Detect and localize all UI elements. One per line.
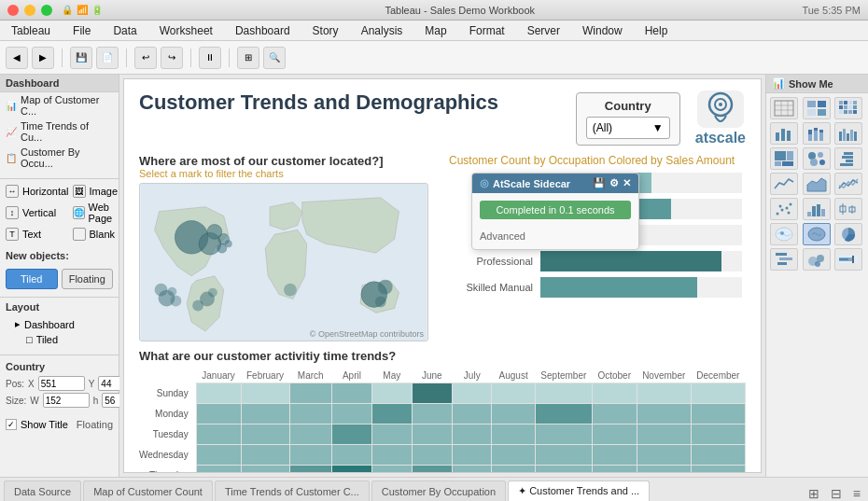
cell-tue-jul[interactable] (453, 424, 492, 445)
cell-sun-sep[interactable] (535, 383, 592, 404)
show-me-circle-view[interactable] (803, 147, 831, 170)
cell-thu-jan[interactable] (196, 466, 241, 474)
cell-tue-dec[interactable] (691, 424, 745, 445)
cell-tue-oct[interactable] (592, 424, 637, 445)
tab-data-source[interactable]: Data Source (4, 480, 81, 501)
grid-vertical[interactable]: ↕ Vertical (6, 202, 69, 224)
cell-wed-jan[interactable] (196, 445, 241, 466)
save-button[interactable]: 💾 (70, 47, 92, 69)
zoom-button[interactable]: 🔍 (263, 47, 286, 69)
country-filter-select[interactable]: (All) ▼ (586, 117, 670, 139)
menu-map[interactable]: Map (421, 22, 450, 39)
cell-sun-oct[interactable] (592, 383, 637, 404)
show-me-heat-map[interactable] (803, 97, 831, 119)
cell-thu-apr[interactable] (331, 466, 371, 474)
tab-time-trends[interactable]: Time Trends of Customer C... (215, 480, 370, 501)
menu-story[interactable]: Story (309, 22, 343, 39)
show-me-highlight-table[interactable] (834, 97, 862, 119)
new-sheet-icon[interactable]: ⊞ (805, 486, 823, 501)
show-me-histogram[interactable] (803, 198, 831, 220)
maximize-button[interactable] (41, 5, 52, 16)
cell-sun-nov[interactable] (637, 383, 691, 404)
cell-tue-apr[interactable] (331, 424, 371, 445)
window-controls[interactable] (7, 5, 52, 16)
cell-wed-aug[interactable] (492, 445, 535, 466)
new-dashboard-icon[interactable]: ⊟ (827, 486, 846, 501)
sidecar-advanced[interactable]: Advanced (472, 227, 638, 249)
cell-sun-feb[interactable] (241, 383, 289, 404)
tab-customer-occupation[interactable]: Customer By Occupation (371, 480, 506, 501)
pause-button[interactable]: ⏸ (199, 47, 221, 69)
menu-tableau[interactable]: Tableau (7, 22, 54, 39)
cell-sun-jul[interactable] (453, 383, 492, 404)
cell-wed-jul[interactable] (453, 445, 492, 466)
show-me-bubble[interactable] (803, 248, 831, 271)
menu-file[interactable]: File (69, 22, 94, 39)
redo-button[interactable]: ↪ (161, 47, 183, 69)
forward-button[interactable]: ▶ (32, 47, 54, 69)
show-me-treemap[interactable] (770, 147, 798, 170)
cell-sun-aug[interactable] (492, 383, 535, 404)
cell-sun-apr[interactable] (331, 383, 371, 404)
sidecar-settings-icon[interactable]: ⚙ (609, 177, 619, 189)
cell-wed-may[interactable] (371, 445, 412, 466)
sidebar-item-customer[interactable]: 📋 Customer By Occu... (0, 145, 119, 171)
show-me-side-bar[interactable] (834, 147, 862, 170)
cell-sun-may[interactable] (371, 383, 412, 404)
cell-sun-mar[interactable] (289, 383, 331, 404)
sidecar-close-icon[interactable]: ✕ (623, 177, 631, 189)
cell-wed-sep[interactable] (535, 445, 592, 466)
show-me-dual-line[interactable] (834, 173, 862, 195)
menu-format[interactable]: Format (466, 22, 509, 39)
cell-wed-mar[interactable] (289, 445, 331, 466)
cell-mon-mar[interactable] (289, 404, 331, 424)
floating-button[interactable]: Floating (62, 269, 114, 289)
x-input[interactable] (38, 376, 85, 391)
show-me-bullet[interactable] (834, 248, 862, 271)
cell-thu-may[interactable] (371, 466, 412, 474)
cell-thu-dec[interactable] (691, 466, 745, 474)
cell-mon-jan[interactable] (196, 404, 241, 424)
show-me-text-table[interactable] (770, 97, 798, 119)
grid-webpage[interactable]: 🌐 Web Page (73, 202, 119, 224)
new-story-icon[interactable]: ≡ (849, 486, 864, 501)
tab-map[interactable]: Map of Customer Count (83, 480, 213, 501)
back-button[interactable]: ◀ (6, 47, 28, 69)
grid-horizontal[interactable]: ↔ Horizontal (6, 185, 69, 198)
sidebar-item-map[interactable]: 📊 Map of Customer C... (0, 92, 119, 118)
show-title-checkbox[interactable]: ✓ (6, 419, 17, 430)
sidecar-save-icon[interactable]: 💾 (593, 177, 606, 189)
cell-thu-jun[interactable] (412, 466, 453, 474)
cell-tue-jan[interactable] (196, 424, 241, 445)
cell-mon-jul[interactable] (453, 404, 492, 424)
fit-button[interactable]: ⊞ (237, 47, 259, 69)
cell-wed-nov[interactable] (637, 445, 691, 466)
cell-tue-nov[interactable] (637, 424, 691, 445)
w-input[interactable] (43, 393, 90, 408)
menu-analysis[interactable]: Analysis (357, 22, 407, 39)
cell-mon-nov[interactable] (637, 404, 691, 424)
tab-customer-trends[interactable]: ✦ Customer Trends and ... (508, 480, 650, 501)
show-me-area-chart[interactable] (803, 173, 831, 195)
show-me-scatter[interactable] (770, 198, 798, 220)
cell-thu-oct[interactable] (592, 466, 637, 474)
cell-wed-apr[interactable] (331, 445, 371, 466)
cell-thu-aug[interactable] (492, 466, 535, 474)
sidebar-item-time-trends[interactable]: 📈 Time Trends of Cu... (0, 118, 119, 145)
cell-tue-may[interactable] (371, 424, 412, 445)
cell-sun-dec[interactable] (691, 383, 745, 404)
menu-help[interactable]: Help (641, 22, 672, 39)
cell-tue-feb[interactable] (241, 424, 289, 445)
minimize-button[interactable] (24, 5, 35, 16)
cell-thu-sep[interactable] (535, 466, 592, 474)
cell-tue-jun[interactable] (412, 424, 453, 445)
cell-mon-feb[interactable] (241, 404, 289, 424)
cell-tue-aug[interactable] (492, 424, 535, 445)
cell-thu-jul[interactable] (453, 466, 492, 474)
cell-mon-aug[interactable] (492, 404, 535, 424)
close-button[interactable] (7, 5, 19, 16)
menu-data[interactable]: Data (109, 22, 140, 39)
cell-tue-mar[interactable] (289, 424, 331, 445)
cell-mon-sep[interactable] (535, 404, 592, 424)
cell-thu-mar[interactable] (289, 466, 331, 474)
